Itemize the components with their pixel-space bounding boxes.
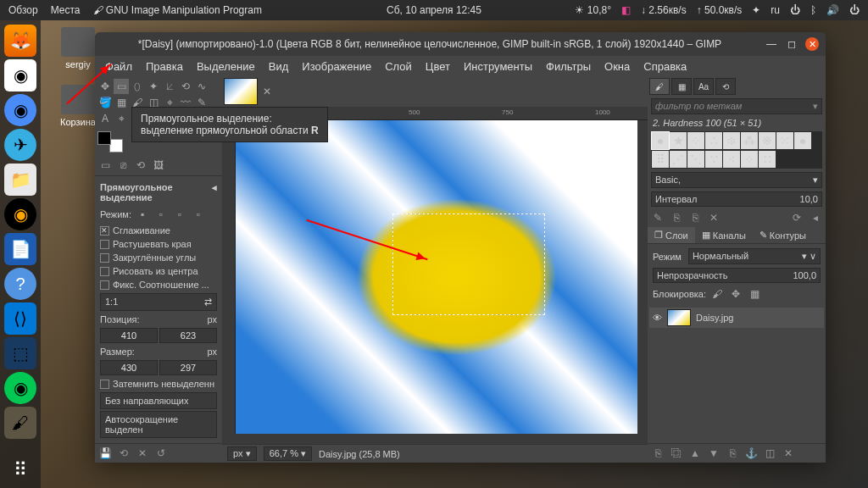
brush-item[interactable]: ⁘ xyxy=(687,132,704,149)
dock-green-app[interactable]: ◉ xyxy=(4,372,36,404)
del-brush-icon[interactable]: ✕ xyxy=(707,211,721,225)
merge-layer-icon[interactable]: ⚓ xyxy=(744,446,758,460)
mode-add[interactable]: ▫ xyxy=(153,207,169,222)
tab-fonts[interactable]: Aa xyxy=(693,78,714,95)
dock-chromium[interactable]: ◉ xyxy=(4,94,36,126)
menu-color[interactable]: Цвет xyxy=(419,58,457,75)
dup-brush-icon[interactable]: ⎘ xyxy=(688,211,702,225)
tab-patterns[interactable]: ▦ xyxy=(671,78,692,95)
menu-edit[interactable]: Правка xyxy=(139,58,190,75)
dock-virtualbox[interactable]: ⬚ xyxy=(4,337,36,369)
star-indicator[interactable]: ✦ xyxy=(752,4,760,16)
selection-marquee[interactable] xyxy=(392,214,545,315)
opt-fixed[interactable]: Фикс. Соотношение ... xyxy=(100,278,217,291)
brush-grid[interactable]: ● ★ ⁘ ∴ ፨ ⁂ ※ ⁙ ● ⠿ ⋰ ⋱ ∵ ⁖ ⁘ ∷ xyxy=(651,131,822,169)
places-menu[interactable]: Места xyxy=(51,4,81,16)
weather-indicator[interactable]: ☀ 10,8° xyxy=(575,4,611,16)
tool-picker[interactable]: ⌖ xyxy=(114,111,129,126)
restore-options-icon[interactable]: ⟲ xyxy=(117,446,131,460)
eye-icon[interactable]: 👁 xyxy=(653,313,662,323)
brush-item[interactable]: ⁂ xyxy=(741,132,758,149)
scrollbar-horizontal[interactable] xyxy=(222,434,648,444)
menu-tools[interactable]: Инструменты xyxy=(457,58,539,75)
fg-color[interactable] xyxy=(97,131,111,145)
titlebar[interactable]: *[Daisy] (импортировано)-1.0 (Цвета RGB … xyxy=(95,32,826,56)
new-brush-icon[interactable]: ⎘ xyxy=(670,211,683,225)
ruler-vertical[interactable] xyxy=(222,120,236,434)
brush-interval[interactable]: Интервал10,0 xyxy=(651,191,822,207)
brush-item[interactable]: ⁖ xyxy=(723,151,740,168)
dock-files[interactable]: 📁 xyxy=(4,164,36,196)
tool-text[interactable]: A xyxy=(97,111,113,126)
tab-history[interactable]: ⟲ xyxy=(715,78,736,95)
size-h-input[interactable] xyxy=(159,360,217,375)
opt-rounded[interactable]: Закруглённые углы xyxy=(100,251,217,264)
zoom-select[interactable]: 66,7 % ▾ xyxy=(264,446,312,461)
opt-feather[interactable]: Растушевать края xyxy=(100,237,217,251)
layer-name[interactable]: Daisy.jpg xyxy=(696,313,733,323)
device-tab[interactable]: ⎚ xyxy=(115,158,131,173)
brush-item[interactable]: ⠿ xyxy=(652,151,669,168)
brush-item[interactable]: ⋱ xyxy=(687,151,704,168)
brush-item[interactable]: ፨ xyxy=(723,132,740,149)
auto-shrink-button[interactable]: Автосокращение выделен xyxy=(100,411,217,438)
dock-firefox[interactable]: 🦊 xyxy=(4,25,36,57)
pos-y-input[interactable] xyxy=(159,328,217,343)
tool-warp[interactable]: ∿ xyxy=(194,79,209,94)
options-menu-icon[interactable]: ◂ xyxy=(212,182,217,202)
opt-from-center[interactable]: Рисовать из центра xyxy=(100,264,217,278)
options-tab[interactable]: ▭ xyxy=(97,158,113,173)
menu-view[interactable]: Вид xyxy=(262,58,296,75)
opt-antialias[interactable]: Сглаживание xyxy=(100,224,217,237)
size-w-input[interactable] xyxy=(100,360,158,375)
dock-gimp[interactable]: 🖌 xyxy=(4,407,36,439)
brush-item[interactable]: ● xyxy=(794,132,811,149)
layer-group-icon[interactable]: ⿻ xyxy=(670,446,683,460)
dock-chrome[interactable]: ◉ xyxy=(4,59,36,92)
ratio-field[interactable]: 1:1⇄ xyxy=(100,293,217,311)
save-options-icon[interactable]: 💾 xyxy=(98,446,112,460)
guides-select[interactable]: Без направляющих xyxy=(100,392,217,409)
dock-telegram[interactable]: ✈ xyxy=(4,129,36,161)
layer-up-icon[interactable]: ▲ xyxy=(688,446,702,460)
clock[interactable]: Сб, 10 апреля 12:45 xyxy=(387,4,481,16)
menu-help[interactable]: Справка xyxy=(637,58,693,75)
edit-brush-icon[interactable]: ✎ xyxy=(651,211,665,225)
tool-bucket[interactable]: 🪣 xyxy=(97,95,113,110)
brush-filter[interactable]: фильтр по меткам▾ xyxy=(651,98,822,114)
layer-thumbnail[interactable] xyxy=(667,309,691,326)
tool-move[interactable]: ✥ xyxy=(97,79,113,94)
bluetooth-icon[interactable]: ᛒ xyxy=(810,4,816,16)
close-tab-icon[interactable]: ✕ xyxy=(259,84,275,99)
tool-fuzzy[interactable]: ✦ xyxy=(146,79,161,94)
menu-select[interactable]: Выделение xyxy=(190,58,262,75)
dock-apps-grid[interactable]: ⠿ xyxy=(14,459,27,481)
brush-item[interactable]: ⋰ xyxy=(670,151,687,168)
network-icon[interactable]: ⏻ xyxy=(790,4,800,16)
delete-layer-icon[interactable]: ✕ xyxy=(782,446,795,460)
canvas[interactable] xyxy=(236,120,648,434)
refresh-brush-icon[interactable]: ⟳ xyxy=(790,211,804,225)
menu-layer[interactable]: Слой xyxy=(378,58,419,75)
menu-image[interactable]: Изображение xyxy=(295,58,378,75)
brush-menu-icon[interactable]: ◂ xyxy=(809,211,822,225)
history-tab[interactable]: ⟲ xyxy=(133,158,148,173)
brush-item[interactable]: ∷ xyxy=(759,151,776,168)
tab-layers[interactable]: ❐ Слои xyxy=(648,227,695,243)
mode-subtract[interactable]: ▫ xyxy=(172,207,187,222)
dock-help[interactable]: ? xyxy=(4,268,36,300)
layer-mode-select[interactable]: Нормальный▾ ∨ xyxy=(688,248,821,264)
brush-item[interactable]: ⁘ xyxy=(741,151,758,168)
reset-options-icon[interactable]: ↺ xyxy=(154,446,168,460)
layer-down-icon[interactable]: ▼ xyxy=(707,446,721,460)
tool-transform[interactable]: ⟲ xyxy=(178,79,193,94)
volume-icon[interactable]: 🔊 xyxy=(826,4,839,16)
dock-rhythmbox[interactable]: ◉ xyxy=(4,198,36,230)
unit-select[interactable]: px ▾ xyxy=(227,446,257,461)
tool-free-select[interactable]: ⬯ xyxy=(130,79,145,94)
brush-item[interactable]: ★ xyxy=(670,132,687,149)
image-tab-daisy[interactable] xyxy=(224,78,258,105)
color-swatches[interactable] xyxy=(97,131,123,152)
brush-item[interactable]: ∴ xyxy=(705,132,722,149)
lock-alpha-icon[interactable]: ▦ xyxy=(747,286,762,302)
